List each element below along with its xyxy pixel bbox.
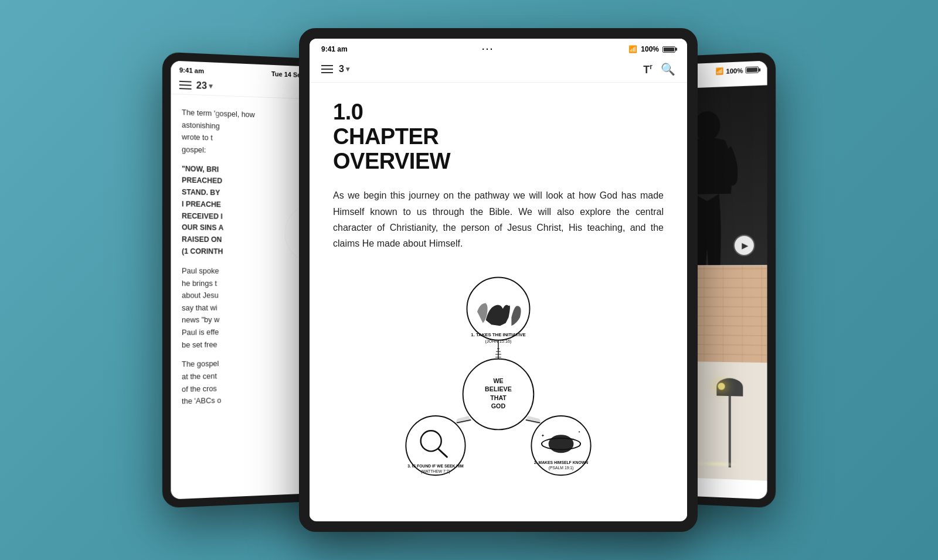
svg-text:2. MAKES HIMSELF KNOWN: 2. MAKES HIMSELF KNOWN <box>534 460 588 465</box>
lamp-stand <box>729 396 731 467</box>
svg-text:1. TAKES THE INITIATIVE: 1. TAKES THE INITIATIVE <box>471 332 525 337</box>
typography-icon[interactable]: Tr <box>643 63 652 76</box>
svg-text:BELIEVE: BELIEVE <box>485 385 512 392</box>
nav-bar-center: 3 ▾ Tr 🔍 <box>310 57 687 83</box>
status-bar-center: 9:41 am ··· 📶 100% <box>310 39 687 57</box>
hamburger-icon-center[interactable] <box>321 65 333 73</box>
belief-diagram: 1. TAKES THE INITIATIVE (JOHN 15:16) WE … <box>387 269 610 480</box>
svg-point-24 <box>549 435 574 453</box>
nav-left-center: 3 ▾ <box>321 64 349 74</box>
svg-text:✦: ✦ <box>541 433 545 438</box>
svg-text:✦: ✦ <box>578 431 580 433</box>
status-time-center: 9:41 am <box>321 45 348 53</box>
wifi-icon-right: 📶 <box>715 67 723 76</box>
tablet-center-screen: 9:41 am ··· 📶 100% 3 ▾ <box>310 39 687 521</box>
chapter-body: As we begin this journey on the pathway … <box>333 187 664 251</box>
svg-point-33 <box>694 111 721 141</box>
wifi-icon-center: 📶 <box>628 45 637 53</box>
tablets-container: 9:41 am Tue 14 Sep 📶 23 ▾ <box>147 28 791 532</box>
play-button-right[interactable]: ▶ <box>733 234 755 256</box>
svg-text:THAT: THAT <box>490 394 507 401</box>
chevron-down-icon-left: ▾ <box>209 82 212 90</box>
play-icon: ▶ <box>742 241 748 250</box>
chapter-selector-center[interactable]: 3 ▾ <box>339 64 349 74</box>
status-right-center: 📶 100% <box>628 45 675 53</box>
hamburger-icon-left[interactable] <box>179 81 192 90</box>
svg-text:(MATTHEW 7:7): (MATTHEW 7:7) <box>421 469 450 474</box>
nav-right-center: Tr 🔍 <box>643 62 675 76</box>
status-dots-center: ··· <box>482 45 494 54</box>
svg-text:WE: WE <box>493 377 503 384</box>
chapter-title: 1.0CHAPTEROVERVIEW <box>333 100 664 173</box>
content-center: 1.0CHAPTEROVERVIEW As we begin this jour… <box>310 83 687 518</box>
tablet-center: 9:41 am ··· 📶 100% 3 ▾ <box>299 28 698 532</box>
battery-percentage-center: 100% <box>641 45 659 53</box>
svg-text:3. IS FOUND IF WE SEEK HIM: 3. IS FOUND IF WE SEEK HIM <box>407 464 464 468</box>
diagram-container: 1. TAKES THE INITIATIVE (JOHN 15:16) WE … <box>333 269 664 480</box>
svg-text:(PSALM 19:1): (PSALM 19:1) <box>549 466 574 471</box>
chapter-selector-left[interactable]: 23 ▾ <box>196 80 212 91</box>
status-time-left: 9:41 am <box>179 66 204 74</box>
status-right-right: 📶 100% <box>715 66 759 75</box>
chevron-down-icon-center: ▾ <box>346 65 349 73</box>
search-icon[interactable]: 🔍 <box>661 62 675 76</box>
svg-text:GOD: GOD <box>491 403 506 410</box>
